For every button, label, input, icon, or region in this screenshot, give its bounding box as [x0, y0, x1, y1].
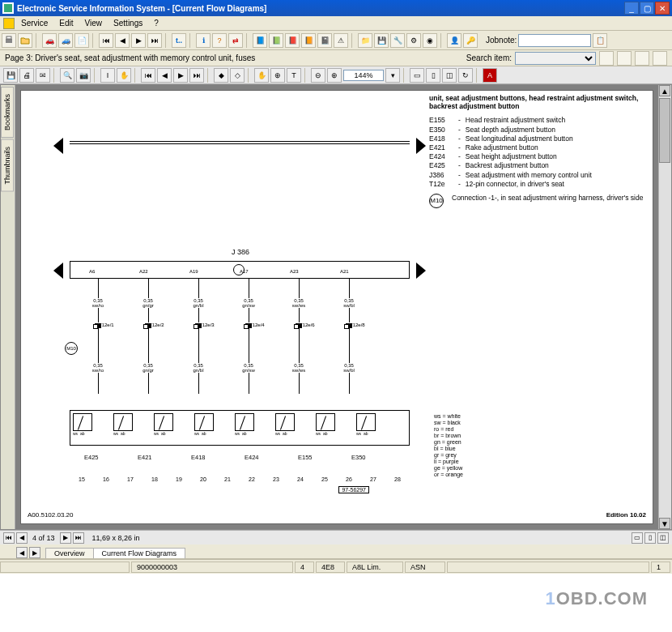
pdf-fit3-icon[interactable]: ◫	[442, 68, 457, 83]
book3-icon[interactable]: 📕	[285, 33, 300, 48]
sidetab-bookmarks[interactable]: Bookmarks	[1, 87, 14, 138]
top-rail	[70, 141, 410, 144]
pdf-fwd-icon[interactable]: ◇	[230, 68, 245, 83]
scroll-up-icon[interactable]: ▲	[659, 85, 670, 96]
pdfnav-prev-icon[interactable]: ◀	[16, 532, 28, 544]
status-cell-5: ASN	[405, 562, 445, 573]
scroll-thumb[interactable]	[659, 98, 670, 163]
pdf-prev-icon[interactable]: ◀	[157, 68, 172, 83]
pdfnav-first-icon[interactable]: ⏮	[3, 532, 15, 544]
switch-label: E418	[191, 454, 206, 461]
scroll-down-icon[interactable]: ▼	[659, 518, 670, 529]
pdf-find-icon[interactable]: 🔍	[60, 68, 74, 83]
zoom-input[interactable]	[343, 70, 384, 81]
jobnote-btn[interactable]: 📋	[593, 33, 607, 48]
edition: Edition 10.02	[606, 511, 646, 519]
zoom-dd-icon[interactable]: ▾	[385, 68, 400, 83]
color-legend-row: bl = blue	[434, 446, 515, 452]
pdf-next-icon[interactable]: ▶	[173, 68, 188, 83]
warn-icon[interactable]: ⚠	[334, 33, 348, 48]
menu-help[interactable]: ?	[149, 18, 164, 28]
menu-settings[interactable]: Settings	[108, 18, 147, 28]
nav-prev-icon[interactable]: ◀	[115, 33, 130, 48]
menu-bar: Service Edit View Settings ?	[0, 16, 672, 31]
info-icon[interactable]: ℹ	[196, 33, 211, 48]
print-icon[interactable]	[2, 33, 16, 48]
pdf-fit1-icon[interactable]: ▭	[410, 68, 424, 83]
pdf-camera-icon[interactable]: 📷	[76, 68, 91, 83]
jobnote-input[interactable]	[518, 34, 591, 47]
menu-edit[interactable]: Edit	[54, 18, 78, 28]
pdf-text-icon[interactable]: T	[287, 68, 301, 83]
nav-last-icon[interactable]: ⏭	[147, 33, 162, 48]
pdfnav-layout2-icon[interactable]: ▯	[644, 532, 656, 544]
tab-scroll-right-icon[interactable]: ▶	[29, 547, 40, 558]
menu-app-icon	[3, 18, 15, 29]
tool2-icon[interactable]: 🔧	[390, 33, 405, 48]
open-icon[interactable]	[18, 33, 32, 48]
person-icon[interactable]: 👤	[447, 33, 461, 48]
tool-t-icon[interactable]: t..	[172, 33, 186, 48]
pdf-fit2-icon[interactable]: ▯	[426, 68, 440, 83]
search-combo[interactable]	[515, 52, 596, 65]
page-dims: 11,69 x 8,26 in	[86, 534, 147, 542]
svg-rect-1	[4, 4, 12, 12]
pdfnav-layout3-icon[interactable]: ◫	[657, 532, 669, 544]
book4-icon[interactable]: 📙	[301, 33, 316, 48]
top-arrow-left	[53, 138, 63, 154]
pdf-back-icon[interactable]: ◆	[214, 68, 228, 83]
car-icon[interactable]: 🚗	[42, 33, 57, 48]
svg-rect-2	[6, 39, 12, 43]
search-label: Search item:	[466, 53, 512, 62]
menu-view[interactable]: View	[80, 18, 108, 28]
pdf-last-icon[interactable]: ⏭	[189, 68, 204, 83]
pdfnav-next-icon[interactable]: ▶	[60, 532, 71, 544]
pdf-rotate-icon[interactable]: ↻	[458, 68, 473, 83]
book1-icon[interactable]: 📘	[253, 33, 267, 48]
gear-icon[interactable]: ⚙	[406, 33, 421, 48]
maximize-button[interactable]: ▢	[640, 2, 654, 15]
pdf-save-icon[interactable]: 💾	[3, 68, 18, 83]
pdfnav-last-icon[interactable]: ⏭	[73, 532, 84, 544]
tab-current-flow[interactable]: Current Flow Diagrams	[93, 548, 186, 558]
help-icon[interactable]: ?	[212, 33, 227, 48]
nav-first-icon[interactable]: ⏮	[99, 33, 113, 48]
search-btn2[interactable]	[617, 51, 632, 66]
car2-icon[interactable]: 🚙	[58, 33, 73, 48]
pdfnav-layout1-icon[interactable]: ▭	[632, 532, 643, 544]
pdf-select-icon[interactable]: I	[100, 68, 115, 83]
search-btn3[interactable]	[635, 51, 649, 66]
minimize-button[interactable]: _	[624, 2, 639, 15]
pdf-mail-icon[interactable]: ✉	[36, 68, 50, 83]
color-legend-row: ws = white	[434, 413, 515, 420]
tab-scroll-left-icon[interactable]: ◀	[16, 547, 28, 558]
circle-icon[interactable]: ◉	[423, 33, 437, 48]
pdf-adobe-icon[interactable]: A	[483, 68, 497, 83]
pdf-zoomin-icon[interactable]: ⊕	[270, 68, 285, 83]
close-button[interactable]: ✕	[655, 2, 670, 15]
sidetab-thumbnails[interactable]: Thumbnails	[1, 139, 14, 192]
vertical-scrollbar[interactable]: ▲ ▼	[658, 85, 671, 529]
app-icon	[2, 2, 14, 14]
book2-icon[interactable]: 📗	[269, 33, 283, 48]
nav-next-icon[interactable]: ▶	[131, 33, 146, 48]
disk-icon[interactable]: 💾	[374, 33, 389, 48]
pdf-zoomplus-icon[interactable]: ⊕	[327, 68, 342, 83]
search-btn4[interactable]	[653, 51, 667, 66]
doc-icon[interactable]: 📄	[74, 33, 89, 48]
section-title: unit, seat adjustment buttons, head rest…	[429, 94, 638, 110]
book5-icon[interactable]: 📓	[317, 33, 332, 48]
search-btn1[interactable]	[599, 51, 614, 66]
wire-column: A230,35sw/wsT12e/60,35sw/ws	[279, 279, 319, 394]
pdf-first-icon[interactable]: ⏮	[141, 68, 155, 83]
pdf-zoomout-icon[interactable]: ⊖	[311, 68, 325, 83]
pdf-grabber-icon[interactable]: ✋	[117, 68, 131, 83]
folder-icon[interactable]: 📁	[358, 33, 372, 48]
menu-service[interactable]: Service	[16, 18, 53, 28]
key-icon[interactable]: 🔑	[463, 33, 478, 48]
tab-overview[interactable]: Overview	[45, 548, 94, 558]
pdf-hand-icon[interactable]: ✋	[254, 68, 269, 83]
wire-column: A190,35gn/blT12e/30,35gn/bl	[178, 279, 219, 394]
pdf-print-icon[interactable]: 🖨	[19, 68, 34, 83]
swap-icon[interactable]: ⇄	[228, 33, 243, 48]
